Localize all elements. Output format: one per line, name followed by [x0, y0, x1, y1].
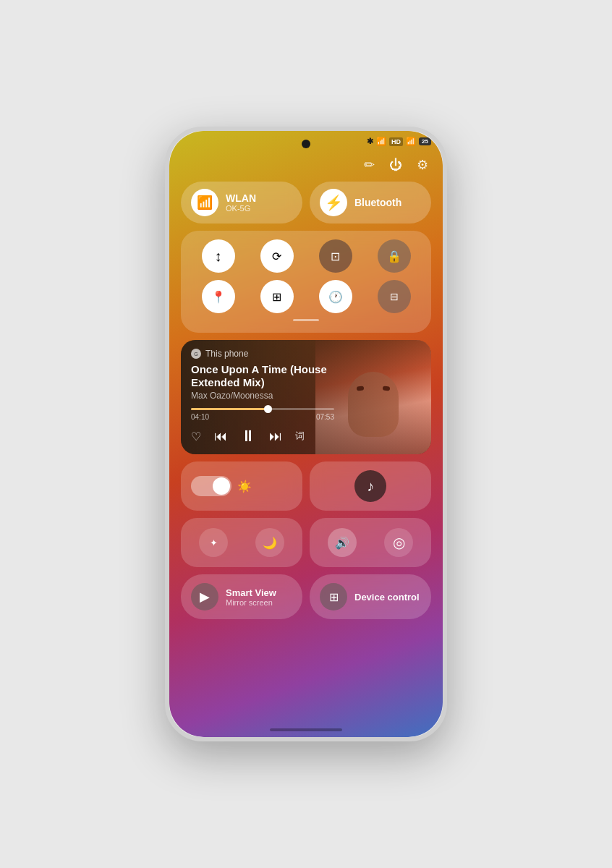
pause-button[interactable]: ⏸ [240, 427, 256, 446]
icons-panel: ↕ ⟳ ⊡ 🔒 📍 ⊞ [181, 231, 431, 333]
edit-button[interactable]: ✏ [364, 157, 375, 173]
control-center: ✏ ⏻ ⚙ 📶 WLAN OK-5G ⚡ [169, 131, 443, 737]
phone-frame: ✱ 📶 HD 📶 25 ✏ ⏻ ⚙ 📶 WLAN [165, 127, 447, 741]
bluetooth-tile[interactable]: ⚡ Bluetooth [310, 182, 431, 224]
wlan-label: WLAN OK-5G [226, 192, 256, 213]
data-transfer-btn[interactable]: ↕ [202, 239, 235, 273]
progress-times: 04:10 07:53 [191, 413, 334, 421]
phone-screen: ✱ 📶 HD 📶 25 ✏ ⏻ ⚙ 📶 WLAN [169, 131, 443, 737]
wlan-tile[interactable]: 📶 WLAN OK-5G [181, 182, 302, 224]
music-controls: ♡ ⏮ ⏸ ⏭ 词 [191, 427, 334, 446]
hd-status-icon: HD [389, 137, 403, 146]
wifi-status-icon: 📶 [376, 137, 386, 146]
volume-sub-panel: 🔊 ◎ [310, 518, 431, 567]
brightness-icon: ☀️ [237, 480, 252, 493]
home-indicator[interactable] [270, 728, 342, 731]
slider-grid: ☀️ ♪ ✦ 🌙 [181, 461, 431, 567]
music-note-icon: ♪ [367, 478, 374, 495]
signal-status-icon: 📶 [406, 137, 416, 146]
smart-view-main: Smart View [226, 587, 276, 598]
wlan-label-sub: OK-5G [226, 204, 256, 213]
heart-button[interactable]: ♡ [191, 430, 201, 443]
smart-view-icon: ▶ [191, 583, 218, 610]
clock-btn[interactable]: 🕐 [319, 280, 352, 313]
brightness-panel[interactable]: ☀️ [181, 461, 302, 511]
smart-view-sub: Mirror screen [226, 598, 276, 607]
bottom-tiles: ▶ Smart View Mirror screen ⊞ Device cont… [181, 574, 431, 619]
wifi-icon: 📶 [197, 195, 213, 210]
next-button[interactable]: ⏭ [269, 429, 282, 444]
brightness-toggle[interactable] [191, 476, 231, 496]
progress-track[interactable] [191, 408, 334, 410]
location-icon: 📍 [211, 290, 226, 304]
location-btn[interactable]: 📍 [202, 280, 235, 313]
lyrics-button[interactable]: 词 [295, 430, 305, 443]
quick-tiles-row: 📶 WLAN OK-5G ⚡ Bluetooth [181, 182, 431, 224]
icons-grid: ↕ ⟳ ⊡ 🔒 📍 ⊞ [192, 239, 420, 313]
wlan-icon-circle: 📶 [191, 189, 218, 216]
power-button[interactable] [445, 232, 447, 276]
auto-brightness-icon: ✦ [210, 537, 218, 548]
music-title: Once Upon A Time (House Extended Mix) [191, 363, 334, 389]
bluetooth-status-icon: ✱ [367, 137, 373, 146]
speaker-btn[interactable]: 🔊 [328, 528, 357, 557]
screenshot-icon: ⊡ [331, 250, 340, 263]
moon-icon: 🌙 [263, 536, 277, 550]
device-control-main: Device control [354, 592, 420, 603]
cast-icon: ⊟ [390, 291, 399, 302]
smart-view-label: Smart View Mirror screen [226, 587, 276, 607]
total-time: 07:53 [316, 413, 334, 421]
bluetooth-icon: ⚡ [325, 194, 343, 211]
sync-icon: ⟳ [272, 250, 281, 263]
wlan-label-main: WLAN [226, 192, 256, 204]
night-mode-btn[interactable]: 🌙 [255, 528, 284, 557]
progress-fill [191, 408, 268, 410]
vibrate-btn[interactable]: ◎ [384, 528, 413, 557]
camera-notch [302, 140, 310, 148]
top-actions-bar: ✏ ⏻ ⚙ [181, 157, 431, 173]
source-dot: G [191, 349, 201, 359]
battery-icon: 25 [419, 137, 431, 145]
bluetooth-label-main: Bluetooth [354, 197, 401, 208]
settings-button[interactable]: ⚙ [417, 157, 428, 173]
music-source: G This phone [191, 349, 334, 359]
device-control-icon: ⊞ [320, 583, 347, 610]
status-bar: ✱ 📶 HD 📶 25 [367, 137, 431, 146]
volume-up-button[interactable] [165, 254, 167, 294]
cast-btn[interactable]: ⊟ [378, 280, 411, 313]
screenshot-btn[interactable]: ⊡ [319, 239, 352, 273]
volume-down-button[interactable] [165, 305, 167, 344]
volume-panel-top[interactable]: ♪ [310, 461, 431, 511]
prev-button[interactable]: ⏮ [214, 429, 227, 444]
music-source-text: This phone [205, 349, 248, 359]
volume-music-icon[interactable]: ♪ [354, 470, 386, 502]
bluetooth-icon-circle: ⚡ [320, 189, 347, 216]
brightness-knob [213, 477, 230, 495]
music-content: G This phone Once Upon A Time (House Ext… [191, 349, 421, 446]
lock-btn[interactable]: 🔒 [378, 239, 411, 273]
screen-mode-icon: ⊞ [272, 290, 281, 304]
panel-handle [293, 319, 319, 321]
vibrate-icon: ◎ [393, 534, 405, 551]
device-control-tile[interactable]: ⊞ Device control [310, 574, 431, 619]
current-time: 04:10 [191, 413, 209, 421]
clock-icon: 🕐 [328, 290, 343, 304]
sync-btn[interactable]: ⟳ [260, 239, 294, 273]
bluetooth-label: Bluetooth [354, 197, 401, 208]
screen-mode-btn[interactable]: ⊞ [260, 280, 294, 313]
device-control-label: Device control [354, 592, 420, 603]
lock-icon: 🔒 [387, 250, 401, 263]
music-player: G This phone Once Upon A Time (House Ext… [181, 340, 431, 454]
brightness-sub-panel: ✦ 🌙 [181, 518, 302, 567]
power-button-icon[interactable]: ⏻ [389, 158, 402, 173]
smart-view-tile[interactable]: ▶ Smart View Mirror screen [181, 574, 302, 619]
speaker-icon: 🔊 [335, 536, 349, 550]
music-artist: Max Oazo/Moonessa [191, 391, 334, 401]
progress-thumb [264, 405, 272, 413]
mute-button[interactable] [165, 218, 167, 243]
data-transfer-icon: ↕ [215, 248, 222, 265]
auto-brightness-btn[interactable]: ✦ [199, 528, 228, 557]
